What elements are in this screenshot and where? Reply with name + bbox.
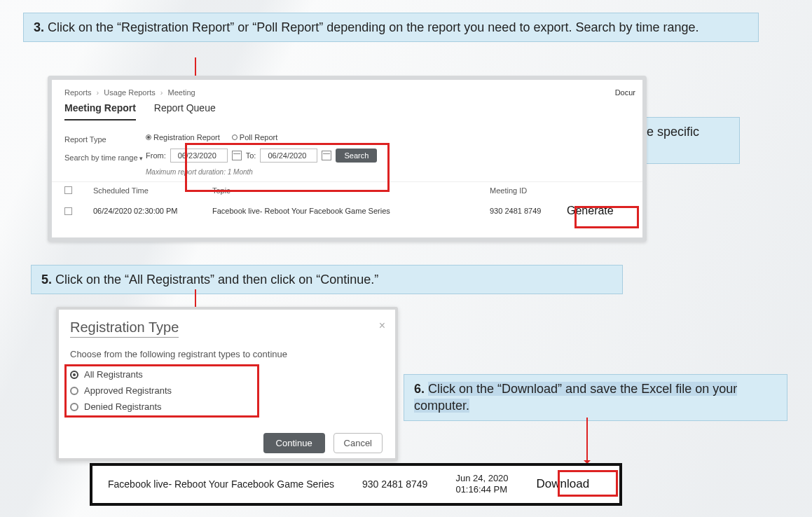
breadcrumb-item[interactable]: Usage Reports — [104, 88, 155, 97]
tab-report-queue[interactable]: Report Queue — [154, 102, 216, 119]
instruction-step-3: 3. Click on the “Registration Report” or… — [23, 13, 759, 42]
table-row: 06/24/2020 02:30:00 PM Facebook live- Re… — [52, 199, 642, 223]
instruction-step-6: 6. Click on the “Download” and save the … — [404, 374, 787, 421]
download-row: Facebook live- Reboot Your Facebook Game… — [90, 463, 622, 506]
breadcrumb-item[interactable]: Reports — [64, 88, 92, 97]
reports-panel: Reports › Usage Reports › Meeting Docur … — [48, 76, 647, 242]
registration-type-modal: Registration Type × Choose from the foll… — [56, 307, 398, 461]
breadcrumb-item[interactable]: Meeting — [168, 88, 195, 97]
radio-dot-icon — [232, 135, 238, 140]
radio-dot-icon — [146, 135, 151, 140]
label-from: From: — [146, 151, 166, 160]
breadcrumb-sep: › — [97, 88, 99, 97]
cell-topic: Facebook live- Reboot Your Facebook Game… — [212, 207, 490, 215]
breadcrumb-sep: › — [160, 88, 163, 97]
table-header: Scheduled Time Topic Meeting ID — [52, 181, 642, 199]
option-all-registrants[interactable]: All Registrants — [70, 366, 395, 382]
checkbox-row[interactable] — [64, 207, 72, 215]
search-button[interactable]: Search — [336, 149, 377, 163]
close-icon[interactable]: × — [379, 319, 385, 332]
calendar-icon[interactable] — [322, 151, 331, 160]
step-number: 5. — [41, 273, 52, 287]
download-link[interactable]: Download — [537, 477, 590, 491]
report-type-options: Registration Report Poll Report — [142, 130, 381, 144]
modal-title: Registration Type — [70, 319, 179, 338]
label-to: To: — [246, 151, 256, 160]
cell-meeting-id: 930 2481 8749 — [362, 478, 427, 490]
radio-poll-report[interactable]: Poll Report — [232, 133, 277, 142]
step-text: Click on the “Registration Report” or “P… — [48, 20, 699, 34]
step-text: Click on the “All Registrants” and then … — [55, 273, 378, 287]
step-text: Click on the “Download” and save the Exc… — [428, 382, 737, 396]
radio-dot-icon — [70, 387, 78, 395]
label-search-by[interactable]: Search by time range — [64, 149, 142, 167]
radio-registration-report[interactable]: Registration Report — [146, 133, 220, 142]
label-report-type: Report Type — [64, 130, 142, 149]
radio-dot-icon — [70, 371, 78, 379]
cell-meeting-id: 930 2481 8749 — [490, 207, 567, 215]
calendar-icon[interactable] — [232, 151, 242, 160]
generate-link[interactable]: Generate — [567, 205, 630, 217]
report-tabs: Meeting Report Report Queue — [52, 101, 642, 120]
option-denied-registrants[interactable]: Denied Registrants — [70, 399, 395, 415]
option-approved-registrants[interactable]: Approved Registrants — [70, 382, 395, 399]
cancel-button[interactable]: Cancel — [333, 433, 383, 453]
cell-scheduled: 06/24/2020 02:30:00 PM — [93, 207, 212, 215]
radio-dot-icon — [70, 403, 78, 411]
col-header-meeting-id: Meeting ID — [490, 186, 567, 195]
step-number: 6. — [414, 382, 425, 396]
truncated-right-label: Docur — [615, 88, 635, 97]
breadcrumb: Reports › Usage Reports › Meeting — [52, 80, 642, 101]
arrow-to-download — [586, 418, 588, 467]
step-number: 3. — [34, 20, 44, 34]
col-header-topic: Topic — [212, 186, 490, 195]
note-max-duration: Maximum report duration: 1 Month — [142, 165, 381, 181]
modal-subtitle: Choose from the following registrant typ… — [70, 349, 395, 359]
instruction-step-5: 5. Click on the “All Registrants” and th… — [31, 265, 623, 294]
cell-datetime: Jun 24, 2020 01:16:44 PM — [455, 473, 508, 496]
input-to-date[interactable]: 06/24/2020 — [260, 149, 317, 163]
continue-button[interactable]: Continue — [263, 433, 325, 453]
checkbox-all[interactable] — [64, 186, 72, 194]
cell-topic: Facebook live- Reboot Your Facebook Game… — [108, 478, 334, 490]
input-from-date[interactable]: 06/23/2020 — [170, 149, 228, 163]
col-header-scheduled: Scheduled Time — [93, 186, 212, 195]
tab-meeting-report[interactable]: Meeting Report — [64, 102, 136, 120]
step-text: computer. — [414, 399, 469, 413]
